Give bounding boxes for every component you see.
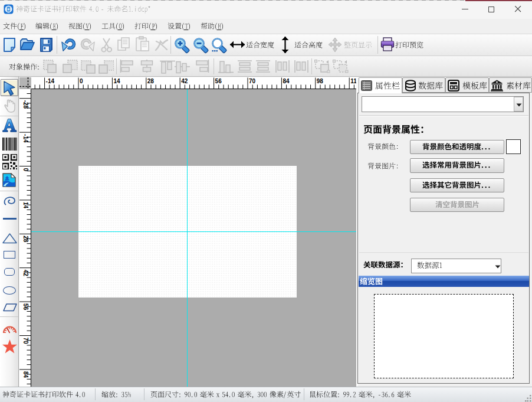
svg-text:84: 84	[22, 371, 29, 378]
svg-text:28: 28	[147, 78, 155, 84]
svg-text:84: 84	[283, 78, 290, 84]
svg-text:-14: -14	[22, 134, 29, 143]
svg-text:-28: -28	[22, 100, 29, 109]
svg-text:112: 112	[350, 78, 356, 84]
svg-text:70: 70	[249, 78, 256, 84]
svg-text:56: 56	[22, 303, 29, 311]
svg-text:42: 42	[22, 270, 29, 277]
svg-text:0: 0	[80, 78, 83, 84]
svg-text:28: 28	[22, 236, 29, 243]
svg-text:70: 70	[22, 338, 29, 345]
svg-text:14: 14	[113, 78, 120, 84]
svg-text:42: 42	[181, 78, 188, 84]
svg-text:56: 56	[215, 78, 222, 84]
svg-text:-14: -14	[46, 78, 55, 84]
svg-text:14: 14	[22, 202, 29, 209]
svg-text:98: 98	[317, 78, 324, 84]
